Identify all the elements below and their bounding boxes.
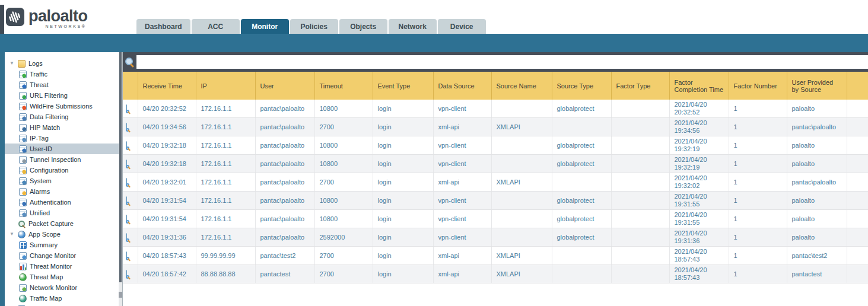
- sidebar-item-unified[interactable]: Unified: [5, 208, 122, 218]
- tab-device[interactable]: Device: [438, 19, 486, 34]
- column-header-factor-number[interactable]: Factor Number: [729, 72, 787, 100]
- sidebar-item-url-filtering[interactable]: URL Filtering: [5, 90, 122, 101]
- sidebar-item-packet-capture[interactable]: Packet Capture: [5, 218, 122, 229]
- table-row[interactable]: 04/20 18:57:4399.99.99.99pantac\test2270…: [123, 247, 868, 265]
- sidebar-item-label: Threat Map: [30, 273, 63, 280]
- column-header-source-type[interactable]: Source Type: [552, 72, 611, 100]
- cell-factor-type: [611, 210, 669, 228]
- tab-monitor[interactable]: Monitor: [241, 19, 289, 34]
- log-detail-icon[interactable]: [126, 141, 127, 149]
- cell-user: pantac\paloalto: [255, 118, 314, 136]
- cell-user-provided-by-source: paloalto: [787, 228, 847, 247]
- cell-timeout: 2700: [314, 173, 373, 192]
- log-filter-input[interactable]: [136, 55, 868, 69]
- column-header-source-name[interactable]: Source Name: [491, 72, 552, 100]
- sidebar-item-traffic[interactable]: Traffic: [5, 69, 122, 79]
- log-detail-icon[interactable]: [126, 196, 127, 205]
- sidebar-scrollbar[interactable]: [119, 52, 122, 306]
- cell-ip: 172.16.1.1: [196, 136, 255, 155]
- tab-dashboard[interactable]: Dashboard: [136, 19, 190, 34]
- log-detail-icon[interactable]: [126, 104, 127, 113]
- column-header-factor-completion-time[interactable]: Factor Completion Time: [669, 72, 729, 100]
- sidebar-item-wildfire-submissions[interactable]: WildFire Submissions: [5, 101, 122, 111]
- column-header-user-provided-by-source[interactable]: User Provided by Source: [787, 72, 847, 100]
- column-header-timeout[interactable]: Timeout: [314, 72, 373, 100]
- left-edge-strip-top: [0, 5, 4, 34]
- sidebar-item-authentication[interactable]: Authentication: [5, 197, 122, 208]
- cell-receive-time: 04/20 19:31:54: [138, 210, 196, 228]
- sidebar-splitter-grip[interactable]: [119, 292, 122, 298]
- sidebar-scrollbar-thumb[interactable]: [119, 52, 122, 282]
- cell-receive-time: 04/20 19:32:01: [138, 173, 196, 192]
- tab-policies[interactable]: Policies: [290, 19, 338, 34]
- sidebar-item-label: Change Monitor: [30, 252, 76, 259]
- column-header-receive-time[interactable]: Receive Time: [138, 72, 196, 100]
- sidebar-item-network-monitor[interactable]: Network Monitor: [5, 282, 122, 293]
- log-detail-icon[interactable]: [126, 160, 127, 168]
- table-row[interactable]: 04/20 19:32:18172.16.1.1pantac\paloalto1…: [123, 155, 868, 173]
- table-row[interactable]: 04/20 20:32:52172.16.1.1pantac\paloalto1…: [123, 100, 868, 118]
- sidebar-item-hip-match[interactable]: HIP Match: [5, 122, 122, 133]
- cell-factor-type: [611, 247, 669, 265]
- sidebar-item-label: IP-Tag: [30, 135, 49, 142]
- cell-timeout: 2700: [314, 118, 373, 136]
- sidebar-item-ip-tag[interactable]: IP-Tag: [5, 133, 122, 144]
- cell-user-provided-by-source: pantactest: [787, 265, 847, 283]
- sidebar-item-tunnel-inspection[interactable]: Tunnel Inspection: [5, 154, 122, 165]
- tab-objects[interactable]: Objects: [339, 19, 387, 34]
- sidebar-item-threat-monitor[interactable]: Threat Monitor: [5, 261, 122, 272]
- expander-icon[interactable]: ▼: [9, 58, 18, 69]
- sidebar-item-threat-map[interactable]: Threat Map: [5, 272, 122, 282]
- row-detail-cell: [123, 192, 138, 210]
- sidebar-item-label: Configuration: [30, 167, 68, 174]
- sidebar-item-data-filtering[interactable]: Data Filtering: [5, 111, 122, 122]
- log-detail-icon[interactable]: [126, 123, 127, 131]
- sidebar-item-configuration[interactable]: Configuration: [5, 165, 122, 176]
- cell-filler: [847, 210, 868, 228]
- sidebar-item-traffic-map[interactable]: Traffic Map: [5, 293, 122, 304]
- cell-factor-completion-time: 2021/04/20 19:32:19: [669, 136, 729, 155]
- table-row[interactable]: 04/20 18:57:4288.88.88.88pantactest2700l…: [123, 265, 868, 283]
- sidebar-item-logs[interactable]: ▼Logs: [5, 58, 122, 69]
- sidebar-item-threat[interactable]: Threat: [5, 79, 122, 90]
- cell-source-type: globalprotect: [552, 155, 611, 173]
- tab-network[interactable]: Network: [389, 19, 437, 34]
- log-detail-icon[interactable]: [126, 251, 127, 260]
- cell-timeout: 10800: [314, 210, 373, 228]
- cell-source-name: [491, 210, 552, 228]
- column-header-ip[interactable]: IP: [196, 72, 255, 100]
- table-row[interactable]: 04/20 19:31:54172.16.1.1pantac\paloalto1…: [123, 192, 868, 210]
- cell-event-type: login: [373, 118, 433, 136]
- sidebar-item-user-id[interactable]: User-ID: [5, 144, 122, 154]
- table-row[interactable]: 04/20 19:34:56172.16.1.1pantac\paloalto2…: [123, 118, 868, 136]
- sidebar-item-summary[interactable]: Summary: [5, 240, 122, 250]
- table-row[interactable]: 04/20 19:32:18172.16.1.1pantac\paloalto1…: [123, 136, 868, 155]
- sidebar-item-clipped[interactable]: [5, 304, 122, 306]
- packet-capture-icon: [18, 220, 26, 228]
- cell-event-type: login: [373, 247, 433, 265]
- sidebar-item-system[interactable]: System: [5, 176, 122, 186]
- column-header-factor-type[interactable]: Factor Type: [611, 72, 669, 100]
- column-header-data-source[interactable]: Data Source: [433, 72, 491, 100]
- row-detail-cell: [123, 136, 138, 155]
- threat-monitor-icon: [19, 263, 27, 270]
- sidebar-item-alarms[interactable]: Alarms: [5, 186, 122, 197]
- brand-name: paloalto: [28, 8, 88, 24]
- log-detail-icon[interactable]: [126, 233, 127, 241]
- expander-icon[interactable]: ▼: [9, 229, 18, 240]
- log-detail-icon[interactable]: [126, 178, 127, 186]
- log-detail-icon[interactable]: [126, 215, 127, 223]
- sidebar-item-change-monitor[interactable]: Change Monitor: [5, 250, 122, 261]
- tab-acc[interactable]: ACC: [192, 19, 240, 34]
- sidebar-item-label: Threat Monitor: [30, 263, 72, 270]
- log-detail-icon[interactable]: [126, 270, 127, 278]
- cell-data-source: xml-api: [433, 173, 491, 192]
- sidebar-item-label: Unified: [30, 209, 50, 216]
- table-row[interactable]: 04/20 19:31:54172.16.1.1pantac\paloalto1…: [123, 210, 868, 228]
- cell-data-source: vpn-client: [433, 192, 491, 210]
- table-row[interactable]: 04/20 19:32:01172.16.1.1pantac\paloalto2…: [123, 173, 868, 192]
- table-row[interactable]: 04/20 19:31:36172.16.1.1pantac\paloalto2…: [123, 228, 868, 247]
- sidebar-item-app-scope[interactable]: ▼App Scope: [5, 229, 122, 240]
- column-header-user[interactable]: User: [255, 72, 314, 100]
- column-header-event-type[interactable]: Event Type: [373, 72, 433, 100]
